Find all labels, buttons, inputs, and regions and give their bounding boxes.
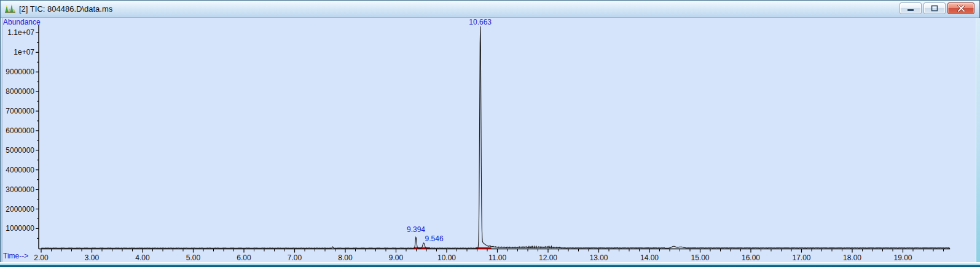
x-tick-label: 17.00: [792, 253, 810, 262]
plot-area[interactable]: Abundance Time--> 1.1e+071e+079000000800…: [2, 18, 976, 262]
x-tick-label: 4.00: [135, 253, 150, 262]
axes: 1.1e+071e+079000000800000070000006000000…: [6, 25, 950, 262]
y-axis-title: Abundance: [3, 18, 41, 26]
x-tick-label: 7.00: [288, 253, 302, 262]
maximize-icon: [931, 5, 938, 12]
x-tick-label: 10.00: [437, 253, 456, 262]
y-tick-label: 1000000: [6, 224, 34, 233]
x-tick-label: 3.00: [85, 253, 100, 262]
y-tick-label: 3000000: [6, 185, 34, 194]
chromatogram-window: [2] TIC: 804486.D\data.ms Abundance: [0, 0, 980, 267]
chromatogram-icon: [5, 4, 15, 14]
x-tick-label: 15.00: [691, 253, 709, 262]
x-axis-title: Time-->: [3, 252, 28, 260]
x-tick-label: 16.00: [742, 253, 760, 262]
x-tick-label: 8.00: [338, 253, 353, 262]
window-frame-right: [976, 18, 980, 262]
y-tick-label: 5000000: [6, 146, 34, 155]
y-tick-label: 9000000: [6, 68, 34, 76]
x-tick-label: 6.00: [237, 253, 251, 262]
maximize-button[interactable]: [923, 2, 946, 14]
x-tick-label: 14.00: [640, 253, 659, 262]
peak-label: 9.546: [425, 234, 444, 243]
x-tick-label: 11.00: [488, 253, 506, 262]
y-tick-label: 4000000: [6, 166, 34, 174]
x-tick-label: 2.00: [34, 253, 49, 262]
peak-label: 10.663: [469, 18, 492, 26]
y-tick-label: 1e+07: [14, 48, 34, 56]
tic-trace: [41, 26, 950, 248]
x-tick-label: 5.00: [186, 253, 201, 262]
window-controls: [900, 2, 974, 14]
y-tick-label: 6000000: [6, 126, 34, 135]
minimize-button[interactable]: [900, 2, 922, 14]
x-tick-label: 9.00: [389, 253, 404, 262]
close-button[interactable]: [947, 2, 974, 14]
window-title: [2] TIC: 804486.D\data.ms: [19, 4, 112, 14]
peak-label: 9.394: [407, 225, 425, 234]
x-tick-label: 13.00: [589, 253, 608, 262]
close-icon: [957, 5, 965, 12]
x-tick-label: 19.00: [893, 253, 912, 262]
title-bar[interactable]: [2] TIC: 804486.D\data.ms: [1, 1, 979, 18]
minimize-icon: [907, 6, 914, 12]
x-tick-label: 12.00: [539, 253, 557, 262]
y-tick-label: 1.1e+07: [7, 28, 34, 37]
chromatogram-canvas[interactable]: 1.1e+071e+079000000800000070000006000000…: [2, 18, 976, 262]
y-tick-label: 8000000: [6, 87, 34, 96]
y-tick-label: 2000000: [6, 205, 34, 214]
window-frame-bottom: [0, 262, 980, 267]
x-tick-label: 18.00: [843, 253, 861, 262]
y-tick-label: 7000000: [6, 107, 34, 115]
